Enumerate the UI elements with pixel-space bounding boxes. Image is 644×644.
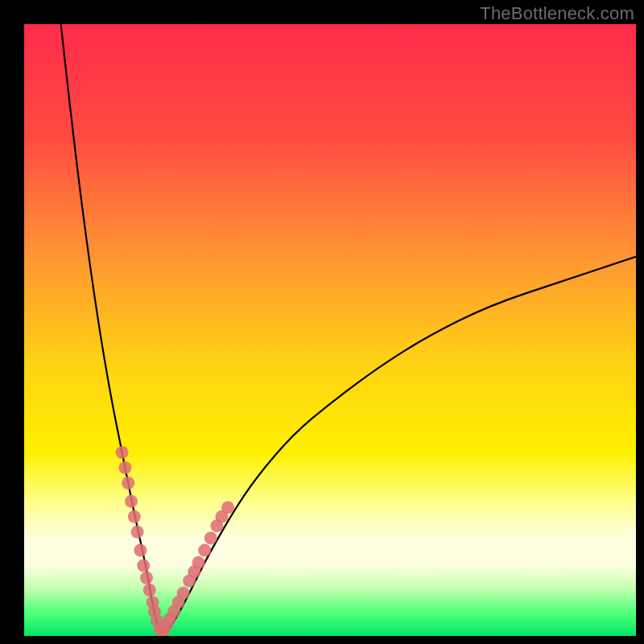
highlight-dot	[128, 510, 141, 523]
chart-frame: TheBottleneck.com	[0, 0, 644, 644]
highlight-dot	[122, 477, 134, 489]
highlight-dot	[131, 526, 144, 539]
highlight-dot	[192, 556, 205, 569]
highlight-dot	[140, 572, 153, 584]
bottleneck-curve	[61, 24, 636, 632]
highlight-dot	[125, 495, 138, 508]
plot-area	[24, 24, 636, 636]
highlight-dot	[116, 446, 129, 459]
watermark-text: TheBottleneck.com	[480, 3, 634, 24]
highlight-dot	[143, 584, 156, 597]
highlight-dot	[198, 544, 211, 557]
highlight-dot	[137, 559, 150, 572]
highlight-dot	[118, 461, 131, 474]
highlight-dot	[204, 531, 217, 544]
highlight-dot	[177, 587, 190, 600]
curve-layer	[24, 24, 636, 636]
highlight-dot	[134, 544, 147, 557]
highlight-dot	[221, 501, 234, 514]
